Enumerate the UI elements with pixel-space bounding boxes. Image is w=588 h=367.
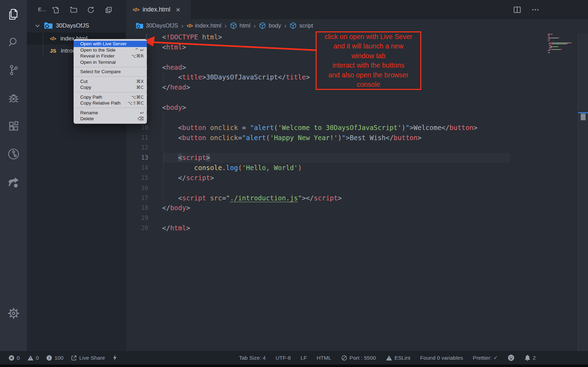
status-item-0[interactable]: 0 bbox=[27, 355, 39, 361]
code-line-16[interactable]: 16 bbox=[126, 183, 162, 193]
share-arrow-icon[interactable] bbox=[0, 172, 27, 192]
debug-icon[interactable] bbox=[0, 88, 27, 108]
refresh-icon[interactable] bbox=[86, 5, 95, 14]
code-line-5[interactable]: 5 <title>30DaysOfJavaScript</title> bbox=[126, 72, 310, 82]
status-item-found-0-variables[interactable]: Found 0 variables bbox=[420, 355, 463, 361]
bell-icon bbox=[525, 354, 530, 361]
new-folder-icon[interactable] bbox=[69, 5, 78, 14]
gear-icon[interactable] bbox=[0, 303, 27, 323]
status-item-eslint[interactable]: ESLint bbox=[386, 355, 410, 361]
menu-item-copy-path[interactable]: Copy Path⌥⌘C bbox=[74, 94, 147, 100]
status-item-port-5500[interactable]: Port : 5500 bbox=[341, 355, 376, 361]
minimap[interactable] bbox=[548, 34, 577, 53]
menu-item-open-to-the-side[interactable]: Open to the Side^ ↩ bbox=[74, 47, 147, 53]
code-line-17[interactable]: 17 <script src="./introduction.js"></scr… bbox=[126, 193, 342, 203]
breadcrumb: 30DaysOfJS›</>index.html›html›body›scrip… bbox=[126, 19, 588, 32]
code-text bbox=[148, 144, 162, 151]
breadcrumb-item-body[interactable]: body bbox=[259, 22, 281, 29]
tree-item-project[interactable]: 30DaysOfJS bbox=[27, 20, 126, 31]
split-editor-icon[interactable] bbox=[513, 6, 521, 14]
status-item-prettier-[interactable]: Prettier: ✓ bbox=[473, 355, 498, 361]
scrollbar-thumb[interactable] bbox=[581, 114, 586, 120]
code-text: </head> bbox=[148, 83, 190, 91]
more-actions-icon[interactable] bbox=[531, 6, 540, 14]
minimap-line bbox=[548, 44, 577, 45]
status-item-tab-size-4[interactable]: Tab Size: 4 bbox=[239, 355, 266, 361]
status-bar: 00100Live Share Tab Size: 4UTF-8LFHTMLPo… bbox=[0, 351, 588, 365]
js-icon: JS bbox=[50, 48, 56, 54]
folder-icon bbox=[44, 22, 53, 29]
minimap-line bbox=[548, 46, 577, 47]
code-line-19[interactable]: 19 bbox=[126, 213, 162, 223]
minimap-line bbox=[548, 39, 577, 39]
status-item-label: Prettier: ✓ bbox=[473, 355, 498, 361]
menu-item-reveal-in-finder[interactable]: Reveal in Finder⌥⌘R bbox=[74, 53, 147, 59]
status-item-smiley[interactable] bbox=[507, 354, 515, 361]
status-item-2[interactable]: 2 bbox=[525, 354, 536, 361]
search-icon[interactable] bbox=[0, 32, 27, 52]
status-item-label: 0 bbox=[36, 355, 39, 361]
code-line-11[interactable]: 11 <button onclick="alert('Happy New Yea… bbox=[126, 133, 422, 143]
breadcrumb-item-index.html[interactable]: </>index.html bbox=[187, 22, 221, 29]
status-item-label: ESLint bbox=[394, 355, 410, 361]
menu-item-rename[interactable]: Rename↩ bbox=[74, 109, 147, 116]
menu-item-copy[interactable]: Copy⌘C bbox=[74, 84, 147, 91]
source-control-icon[interactable] bbox=[0, 60, 27, 80]
breadcrumb-item-html[interactable]: html bbox=[230, 22, 250, 29]
annotation-text-line: console bbox=[357, 80, 380, 90]
status-item-0[interactable]: 0 bbox=[8, 355, 20, 361]
code-line-15[interactable]: 15 </script> bbox=[126, 173, 214, 183]
explorer-icon[interactable] bbox=[0, 4, 27, 24]
breadcrumb-item-script[interactable]: script bbox=[289, 22, 313, 29]
annotation-box: click on open with Live Severand it will… bbox=[316, 31, 421, 90]
menu-item-open-in-terminal[interactable]: Open in Terminal bbox=[74, 59, 147, 66]
status-item-live-share[interactable]: Live Share bbox=[71, 355, 105, 361]
extensions-icon[interactable] bbox=[0, 116, 27, 136]
breadcrumb-separator: › bbox=[284, 22, 286, 30]
menu-item-label: Copy Path bbox=[80, 94, 102, 100]
warning-icon bbox=[27, 355, 34, 361]
breadcrumb-item-30DaysOfJS[interactable]: 30DaysOfJS bbox=[136, 22, 178, 29]
menu-item-shortcut: ⌥⌘R bbox=[131, 53, 144, 59]
minimap-line bbox=[548, 36, 577, 37]
code-line-10[interactable]: 10 <button onclick = "alert('Welcome to … bbox=[126, 123, 477, 133]
live-share-icon[interactable] bbox=[0, 144, 27, 164]
status-item-label: Live Share bbox=[79, 355, 105, 361]
code-line-20[interactable]: 20</html> bbox=[126, 223, 190, 233]
current-line-highlight bbox=[163, 153, 510, 163]
line-number: 14 bbox=[126, 163, 148, 173]
menu-item-delete[interactable]: Delete⌫ bbox=[74, 116, 147, 122]
tab-index-html[interactable]: </> index.html × bbox=[126, 0, 191, 19]
breadcrumb-separator: › bbox=[254, 22, 256, 30]
annotation-text-line: and it will launch a new bbox=[333, 41, 404, 51]
code-text: <script> bbox=[148, 154, 210, 161]
status-item-bolt[interactable] bbox=[112, 354, 118, 361]
html-code-icon: </> bbox=[50, 36, 56, 41]
minimap-line bbox=[548, 44, 577, 44]
code-line-12[interactable]: 12 bbox=[126, 143, 162, 153]
code-line-14[interactable]: 14 console.log('Hello, World') bbox=[126, 163, 302, 173]
code-line-13[interactable]: 13 <script> bbox=[126, 153, 210, 163]
tree-indent-guide bbox=[43, 32, 43, 58]
menu-item-label: Copy bbox=[80, 85, 91, 90]
code-line-18[interactable]: 18</body> bbox=[126, 203, 190, 213]
status-item-lf[interactable]: LF bbox=[301, 355, 307, 361]
vscode-window: E... 30DaysO bbox=[0, 0, 588, 367]
menu-item-open-with-live-server[interactable]: Open with Live Server bbox=[74, 41, 147, 47]
status-item-100[interactable]: 100 bbox=[46, 355, 63, 361]
close-icon[interactable]: × bbox=[176, 6, 180, 14]
menu-item-label: Delete bbox=[80, 116, 94, 121]
code-text: <html> bbox=[148, 43, 186, 51]
line-number: 11 bbox=[126, 133, 148, 143]
status-item-utf-8[interactable]: UTF-8 bbox=[276, 355, 291, 361]
new-file-icon[interactable] bbox=[51, 5, 60, 14]
breadcrumb-label: 30DaysOfJS bbox=[146, 22, 178, 29]
breadcrumb-separator: › bbox=[224, 22, 226, 30]
menu-item-cut[interactable]: Cut⌘X bbox=[74, 78, 147, 85]
status-item-label: 100 bbox=[54, 355, 63, 361]
overview-ruler bbox=[578, 34, 588, 351]
collapse-all-icon[interactable] bbox=[104, 5, 113, 14]
status-item-html[interactable]: HTML bbox=[317, 355, 331, 361]
menu-item-select-for-compare[interactable]: Select for Compare bbox=[74, 69, 147, 75]
menu-item-copy-relative-path[interactable]: Copy Relative Path⌥⇧⌘C bbox=[74, 100, 147, 106]
